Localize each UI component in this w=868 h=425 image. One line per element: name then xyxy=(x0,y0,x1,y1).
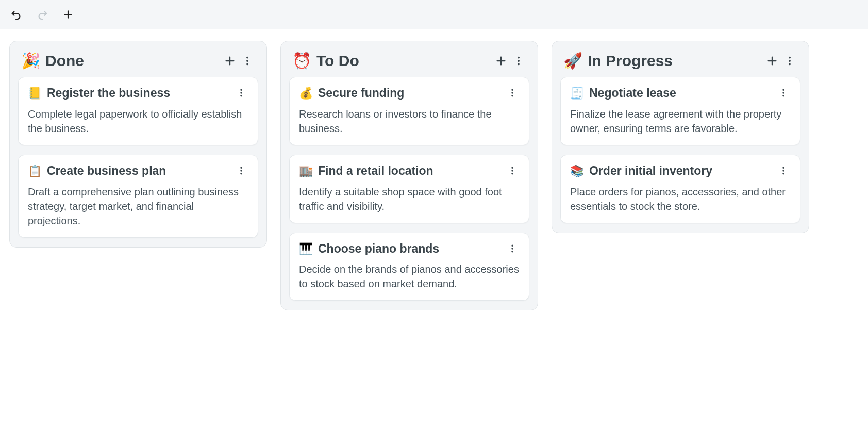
card[interactable]: 💰Secure fundingResearch loans or investo… xyxy=(289,77,529,145)
svg-point-36 xyxy=(782,170,784,172)
card[interactable]: 📚Order initial inventoryPlace orders for… xyxy=(560,155,800,223)
card[interactable]: 📒Register the businessComplete legal pap… xyxy=(18,77,258,145)
card-list: 🧾Negotiate leaseFinalize the lease agree… xyxy=(560,77,800,223)
card-header: 🎹Choose piano brands xyxy=(299,241,520,256)
svg-point-17 xyxy=(518,63,520,65)
column-title: Done xyxy=(45,52,221,70)
column-emoji-icon: ⏰ xyxy=(292,52,311,70)
card-header: 📚Order initial inventory xyxy=(570,164,791,178)
column: 🚀In Progress🧾Negotiate leaseFinalize the… xyxy=(552,41,809,233)
card-menu-button[interactable] xyxy=(234,86,248,100)
svg-point-10 xyxy=(240,167,242,169)
card-header: 🧾Negotiate lease xyxy=(570,86,791,101)
card-description: Identify a suitable shop space with good… xyxy=(299,185,520,214)
svg-point-30 xyxy=(789,60,791,62)
add-column-button[interactable] xyxy=(61,7,75,22)
card-description: Decide on the brands of pianos and acces… xyxy=(299,262,520,291)
svg-point-8 xyxy=(240,92,242,94)
card-title: Order initial inventory xyxy=(589,164,776,178)
svg-point-20 xyxy=(511,95,513,97)
card-header: 🏬Find a retail location xyxy=(299,164,520,178)
svg-point-33 xyxy=(782,92,784,94)
card-emoji-icon: 📒 xyxy=(28,87,42,100)
svg-point-4 xyxy=(246,56,248,58)
column-emoji-icon: 🎉 xyxy=(21,52,40,70)
card-title: Negotiate lease xyxy=(589,86,776,101)
card-description: Finalize the lease agreement with the pr… xyxy=(570,107,791,136)
redo-button[interactable] xyxy=(35,7,49,22)
svg-point-19 xyxy=(511,92,513,94)
card[interactable]: 🧾Negotiate leaseFinalize the lease agree… xyxy=(560,77,800,145)
card-emoji-icon: 💰 xyxy=(299,87,313,100)
svg-point-37 xyxy=(782,173,784,175)
column-title: In Progress xyxy=(588,52,763,70)
card[interactable]: 🎹Choose piano brandsDecide on the brands… xyxy=(289,233,529,301)
card-menu-button[interactable] xyxy=(505,241,520,256)
svg-point-16 xyxy=(518,60,520,62)
svg-point-18 xyxy=(511,89,513,91)
column-title: To Do xyxy=(316,52,492,70)
svg-point-5 xyxy=(246,60,248,62)
undo-button[interactable] xyxy=(9,7,24,22)
card-menu-button[interactable] xyxy=(505,86,520,100)
card-title: Find a retail location xyxy=(318,164,505,178)
add-card-button[interactable] xyxy=(492,52,510,70)
card-title: Choose piano brands xyxy=(318,241,505,256)
card-menu-button[interactable] xyxy=(776,164,791,178)
add-card-button[interactable] xyxy=(221,52,239,70)
svg-point-35 xyxy=(782,167,784,169)
kanban-board: 🎉Done📒Register the businessComplete lega… xyxy=(0,29,868,322)
svg-point-24 xyxy=(511,244,513,247)
svg-point-32 xyxy=(782,89,784,91)
toolbar xyxy=(0,0,868,29)
card-title: Register the business xyxy=(47,86,234,101)
svg-point-21 xyxy=(511,167,513,169)
svg-point-29 xyxy=(789,56,791,58)
svg-point-31 xyxy=(789,63,791,65)
card-header: 📋Create business plan xyxy=(28,164,248,178)
svg-point-7 xyxy=(240,89,242,91)
card-list: 💰Secure fundingResearch loans or investo… xyxy=(289,77,529,301)
card-menu-button[interactable] xyxy=(234,164,248,178)
card-description: Place orders for pianos, accessories, an… xyxy=(570,185,791,214)
svg-point-22 xyxy=(511,170,513,172)
column: 🎉Done📒Register the businessComplete lega… xyxy=(9,41,267,248)
card-list: 📒Register the businessComplete legal pap… xyxy=(18,77,258,238)
card[interactable]: 🏬Find a retail locationIdentify a suitab… xyxy=(289,155,529,223)
column: ⏰To Do💰Secure fundingResearch loans or i… xyxy=(280,41,538,310)
svg-point-9 xyxy=(240,95,242,97)
card-header: 📒Register the business xyxy=(28,86,248,101)
add-card-button[interactable] xyxy=(763,52,781,70)
card-emoji-icon: 🎹 xyxy=(299,242,313,256)
card-emoji-icon: 🧾 xyxy=(570,87,584,100)
card-emoji-icon: 📋 xyxy=(28,165,42,178)
column-menu-button[interactable] xyxy=(239,52,256,70)
card-menu-button[interactable] xyxy=(776,86,791,100)
card-menu-button[interactable] xyxy=(505,164,520,178)
card[interactable]: 📋Create business planDraft a comprehensi… xyxy=(18,155,258,238)
card-header: 💰Secure funding xyxy=(299,86,520,101)
column-header: 🚀In Progress xyxy=(560,48,800,77)
svg-point-23 xyxy=(511,173,513,175)
column-emoji-icon: 🚀 xyxy=(563,52,582,70)
column-menu-button[interactable] xyxy=(781,52,798,70)
card-emoji-icon: 📚 xyxy=(570,165,584,178)
column-menu-button[interactable] xyxy=(510,52,527,70)
card-title: Create business plan xyxy=(47,164,234,178)
card-title: Secure funding xyxy=(318,86,505,101)
svg-point-11 xyxy=(240,170,242,172)
svg-point-15 xyxy=(518,56,520,58)
card-description: Complete legal paperwork to officially e… xyxy=(28,107,248,136)
card-description: Research loans or investors to finance t… xyxy=(299,107,520,136)
svg-point-12 xyxy=(240,173,242,175)
svg-point-26 xyxy=(511,251,513,253)
svg-point-25 xyxy=(511,248,513,250)
card-emoji-icon: 🏬 xyxy=(299,165,313,178)
svg-point-34 xyxy=(782,95,784,97)
card-description: Draft a comprehensive plan outlining bus… xyxy=(28,185,248,228)
svg-point-6 xyxy=(246,63,248,65)
column-header: 🎉Done xyxy=(18,48,258,77)
column-header: ⏰To Do xyxy=(289,48,529,77)
